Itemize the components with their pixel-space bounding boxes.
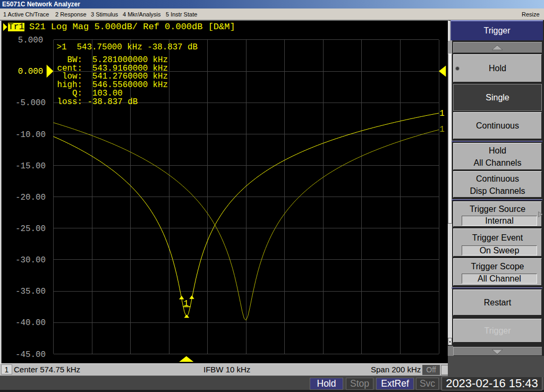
svg-text:-5.000: -5.000 [15,98,46,108]
svg-text:-30.00: -30.00 [15,255,46,265]
svg-text:0.000: 0.000 [18,67,43,76]
svg-text:>1 543.75000 kHz -38.837 dB: >1 543.75000 kHz -38.837 dB [57,42,198,52]
svg-text:-25.00: -25.00 [15,224,46,234]
svg-text:-40.00: -40.00 [15,318,46,328]
svg-text:-10.00: -10.00 [15,130,46,140]
svg-text:1: 1 [184,299,189,309]
svg-text:-15.00: -15.00 [15,161,46,171]
svg-text:-35.00: -35.00 [15,287,46,296]
svg-text:1: 1 [439,109,444,118]
svg-text:loss: -38.837 dB: loss: -38.837 dB [57,97,138,107]
svg-text:1: 1 [439,125,444,134]
svg-text:-45.00: -45.00 [15,350,46,360]
svg-text:-20.00: -20.00 [15,193,46,202]
svg-text:5.000: 5.000 [18,36,43,45]
